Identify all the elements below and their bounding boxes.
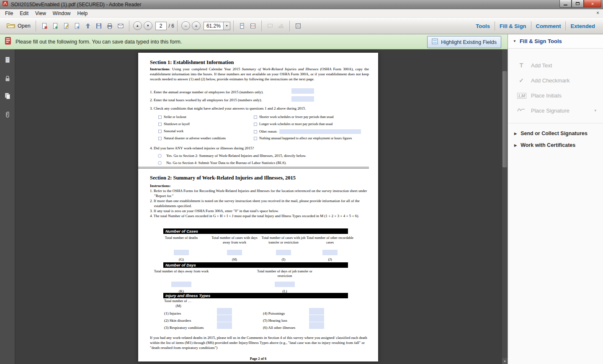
work-with-certificates-link[interactable]: ▶ Work with Certificates xyxy=(508,139,603,151)
highlight-existing-fields-button[interactable]: Highlight Existing Fields xyxy=(427,36,501,48)
chevron-down-icon[interactable]: ▾ xyxy=(223,22,230,30)
hearing-loss-field[interactable] xyxy=(309,315,324,322)
respiratory-conditions-field[interactable] xyxy=(217,322,232,329)
create-pdf-button[interactable] xyxy=(50,20,61,32)
instructions-text-a: : Using your completed Calendar Year 201… xyxy=(170,67,242,71)
answer-row: Yes. Go to Section 2: Summary of Work-Re… xyxy=(158,153,306,158)
menu-view[interactable]: View xyxy=(32,10,49,17)
instructions-label: Instructions xyxy=(150,67,170,71)
layers-panel-icon[interactable] xyxy=(3,92,12,100)
add-text-tool[interactable]: T Add Text xyxy=(508,58,603,73)
longer-schedules-checkbox[interactable] xyxy=(254,123,257,126)
checkbox-label: Seasonal work xyxy=(164,129,183,133)
fit-width-button[interactable] xyxy=(247,20,258,32)
zoom-out-button[interactable]: − xyxy=(181,21,190,30)
zoom-level-select[interactable]: 61.2% ▾ xyxy=(204,22,230,30)
toolbar-separator xyxy=(129,21,129,31)
page-number-input[interactable] xyxy=(155,22,167,30)
total-deaths-field[interactable] xyxy=(174,250,189,255)
strike-checkbox[interactable] xyxy=(158,115,162,119)
menu-help[interactable]: Help xyxy=(74,10,91,17)
send-collect-signatures-link[interactable]: ▶ Send or Collect Signatures xyxy=(508,128,603,139)
form-notification-bar: Please fill out the following form. You … xyxy=(0,34,508,49)
place-initials-tool[interactable]: LM Place Initials xyxy=(508,88,603,103)
no-radio[interactable] xyxy=(158,161,162,165)
fill-sign-tools-header[interactable]: ▼ Fill & Sign Tools xyxy=(508,34,603,49)
seasonal-checkbox[interactable] xyxy=(158,130,162,133)
close-icon: × xyxy=(591,1,594,6)
highlight-text-button[interactable] xyxy=(276,20,286,32)
chevron-down-icon[interactable]: ▾ xyxy=(594,108,596,113)
shutdown-checkbox[interactable] xyxy=(158,123,162,126)
question-1-label: 1. Enter the annual average number of em… xyxy=(150,90,263,95)
print-button[interactable] xyxy=(104,20,115,32)
extended-pane-button[interactable]: Extended xyxy=(566,21,600,32)
nothing-unusual-checkbox[interactable] xyxy=(254,137,257,140)
save-button[interactable] xyxy=(93,20,104,32)
tools-pane-button[interactable]: Tools xyxy=(471,21,495,32)
instruction-item: 3. If any total is zero on your OSHA For… xyxy=(150,208,369,213)
plus-icon: + xyxy=(195,23,197,28)
yes-radio[interactable] xyxy=(158,154,162,158)
cases-days-away-field[interactable] xyxy=(227,250,242,255)
maximize-icon xyxy=(576,2,580,5)
page-thumbnails-panel-icon[interactable] xyxy=(3,56,12,64)
days-column-header: Total number of days of job transfer or … xyxy=(251,269,318,278)
injuries-field[interactable] xyxy=(217,308,232,315)
cases-column-header: Total number of cases with days away fro… xyxy=(209,236,260,244)
share-button[interactable] xyxy=(82,20,93,32)
maximize-button[interactable] xyxy=(572,0,584,8)
send-file-button[interactable] xyxy=(72,20,82,32)
other-recordable-cases-field[interactable] xyxy=(322,250,338,255)
other-reason-checkbox[interactable] xyxy=(254,130,257,133)
cases-job-transfer-field[interactable] xyxy=(276,250,291,255)
sign-document-button[interactable] xyxy=(61,20,72,32)
previous-page-button[interactable]: ▲ xyxy=(133,21,142,30)
zoom-in-button[interactable]: + xyxy=(192,21,201,30)
email-button[interactable] xyxy=(115,20,126,32)
open-button[interactable]: Open xyxy=(4,20,33,32)
comment-pane-button[interactable]: Comment xyxy=(531,21,566,32)
close-button[interactable]: × xyxy=(584,0,601,8)
menu-window[interactable]: Window xyxy=(49,10,74,17)
other-reason-field[interactable] xyxy=(279,129,361,134)
condition-row: Seasonal work xyxy=(158,129,183,133)
fill-sign-pane-button[interactable]: Fill & Sign xyxy=(495,21,531,32)
scrolling-mode-button[interactable] xyxy=(237,20,247,32)
vertical-scrollbar[interactable]: ▼ xyxy=(502,49,508,364)
shorter-schedules-checkbox[interactable] xyxy=(254,115,257,119)
toolbar-separator xyxy=(233,21,234,31)
section2-instructions: 1. Refer to the OSHA Forms for Recording… xyxy=(150,188,369,218)
other-illnesses-field[interactable] xyxy=(309,322,324,329)
minimize-button[interactable] xyxy=(559,0,572,8)
reading-mode-button[interactable] xyxy=(293,20,304,32)
poisonings-field[interactable] xyxy=(309,308,324,315)
menu-edit[interactable]: Edit xyxy=(16,10,32,17)
export-pdf-button[interactable] xyxy=(39,20,50,32)
security-lock-panel-icon[interactable] xyxy=(3,74,12,83)
days-away-field[interactable] xyxy=(171,282,191,287)
scrollbar-thumb[interactable] xyxy=(502,71,507,167)
natural-disaster-checkbox[interactable] xyxy=(158,137,162,140)
menubar-close-icon[interactable]: × xyxy=(596,10,599,16)
checkbox-label: Nothing unusual happened to affect our e… xyxy=(259,136,352,141)
scroll-down-button[interactable]: ▼ xyxy=(502,358,508,364)
toolbar-separator xyxy=(177,21,178,31)
menu-file[interactable]: File xyxy=(2,10,16,17)
tool-label: Add Text xyxy=(531,62,552,69)
total-hours-field[interactable] xyxy=(291,96,314,102)
skin-disorders-field[interactable] xyxy=(217,315,232,322)
attachments-panel-icon[interactable] xyxy=(3,110,12,119)
days-job-transfer-field[interactable] xyxy=(275,282,295,287)
minus-icon: − xyxy=(184,23,187,28)
checkmark-icon: ✓ xyxy=(517,77,526,84)
instruction-item: 4. The total Number of Cases recorded in… xyxy=(150,213,369,218)
add-checkmark-tool[interactable]: ✓ Add Checkmark xyxy=(508,73,603,88)
section1-instructions: Instructions: Using your completed Calen… xyxy=(150,67,369,82)
employees-number-field[interactable] xyxy=(291,88,314,94)
sticky-note-button[interactable] xyxy=(265,20,276,32)
tool-label: Add Checkmark xyxy=(531,77,570,84)
zoom-level-value: 61.2% xyxy=(204,23,223,29)
next-page-button[interactable]: ▼ xyxy=(144,21,152,30)
place-signature-tool[interactable]: Place Signature ▾ xyxy=(508,103,603,118)
